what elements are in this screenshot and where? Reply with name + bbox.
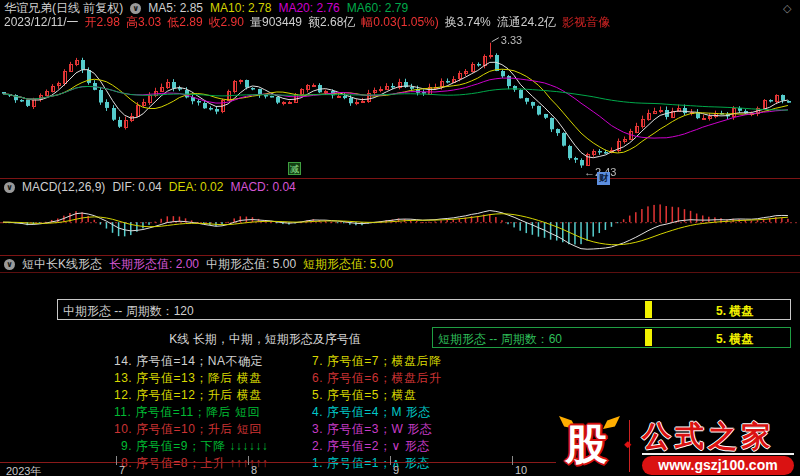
date-label: 2023/12/11/一 xyxy=(4,14,79,31)
axis-tick xyxy=(512,456,513,465)
logo-url-text: www.gszj100.com xyxy=(658,457,777,473)
legend-item-9: 9. 序号值=9；下降 ↓↓↓↓↓↓ xyxy=(121,438,268,455)
logo-brand-text: 公式之家 xyxy=(642,417,796,457)
macd-header: ∨ MACD(12,26,9) DIF: 0.04 DEA: 0.02 MACD… xyxy=(4,180,303,194)
collapse-chevron-icon[interactable]: ∨ xyxy=(4,259,15,270)
macd-chart[interactable] xyxy=(0,194,800,254)
legend-item-3: 3. 序号值=3；W 形态 xyxy=(312,421,432,438)
candlestick-chart[interactable] xyxy=(0,30,800,177)
short-term-position-marker xyxy=(645,329,652,346)
float-cap-value: 流通24.2亿 xyxy=(497,14,556,31)
axis-tick xyxy=(390,456,391,465)
logo-bull-character: 股 xyxy=(565,421,607,469)
legend-item-12: 12. 序号值=12；升后 横盘 xyxy=(114,387,262,404)
legend-item-14: 14. 序号值=14；NA不确定 xyxy=(114,353,263,370)
legend-item-6: 6. 序号值=6；横盘后升 xyxy=(312,370,442,387)
quote-info-bar: 2023/12/11/一 开2.98 高3.03 低2.89 收2.90 量90… xyxy=(4,15,616,29)
volume-value: 量903449 xyxy=(250,14,302,31)
short-term-box-label: 短期形态 -- 周期数：60 xyxy=(438,331,562,348)
legend-item-7: 7. 序号值=7；横盘后降 xyxy=(312,353,442,370)
axis-label-year[interactable]: 2023年 xyxy=(6,464,41,476)
mid-term-pattern-box: 中期形态 -- 周期数：120 5. 横盘 xyxy=(57,299,791,320)
dea-value: DEA: 0.02 xyxy=(169,180,224,194)
mid-term-position-marker xyxy=(645,301,652,318)
finance-marker-badge[interactable]: 财 xyxy=(597,172,610,185)
legend-item-4: 4. 序号值=4；M 形态 xyxy=(312,404,431,421)
axis-label-sep[interactable]: 9 xyxy=(393,464,399,476)
mid-term-box-value: 5. 横盘 xyxy=(716,303,753,320)
stock-app-window: 华谊兄弟(日线 前复权) ∨ MA5: 2.85 MA10: 2.78 MA20… xyxy=(0,0,800,476)
axis-label-oct[interactable]: 10 xyxy=(515,464,527,476)
long-term-value: 长期形态值: 2.00 xyxy=(109,256,199,273)
pattern-indicator-header: ∨ 短中长K线形态 长期形态值: 2.00 中期形态值: 5.00 短期形态值:… xyxy=(4,257,400,271)
mid-term-box-label: 中期形态 -- 周期数：120 xyxy=(63,303,194,320)
high-value: 高3.03 xyxy=(126,14,161,31)
axis-tick xyxy=(248,456,249,465)
gszj-watermark-logo: 股 ◆ 公式之家 www.gszj100.com xyxy=(556,414,800,476)
turnover-rate: 换3.74% xyxy=(445,14,491,31)
logo-url-pill: www.gszj100.com xyxy=(642,456,794,475)
pattern-list-title: K线 长期，中期，短期形态及序号值 xyxy=(110,331,420,348)
open-value: 开2.98 xyxy=(85,14,120,31)
macd-value: MACD: 0.04 xyxy=(230,180,295,194)
dif-value: DIF: 0.04 xyxy=(112,180,161,194)
legend-item-5: 5. 序号值=5；横盘 xyxy=(312,387,417,404)
axis-tick xyxy=(116,456,117,465)
panel-separator-3 xyxy=(0,272,800,273)
legend-item-8: 8. 序号值=8；上升 ↑↑↑↑↑↑ xyxy=(121,455,268,472)
window-diamond-icon[interactable]: ◇ xyxy=(783,2,791,15)
low-value: 低2.89 xyxy=(167,14,202,31)
collapse-chevron-icon[interactable]: ∨ xyxy=(4,182,15,193)
logo-diamond-icon: ◆ xyxy=(624,439,631,449)
macd-params-label: MACD(12,26,9) xyxy=(22,180,105,194)
indicator-name: 短中长K线形态 xyxy=(22,256,102,273)
industry-label: 影视音像 xyxy=(562,14,610,31)
mid-term-value: 中期形态值: 5.00 xyxy=(206,256,296,273)
short-term-value: 短期形态值: 5.00 xyxy=(303,256,393,273)
change-value: 幅0.03(1.05%) xyxy=(361,14,438,31)
collapse-chevron-icon[interactable]: ∨ xyxy=(130,3,141,14)
close-value: 收2.90 xyxy=(209,14,244,31)
turnover-value: 额2.68亿 xyxy=(308,14,355,31)
legend-item-2: 2. 序号值=2；∨ 形态 xyxy=(312,438,430,455)
axis-label-jul[interactable]: 7 xyxy=(119,464,125,476)
logo-underline xyxy=(642,453,794,455)
legend-item-11: 11. 序号值=11；降后 短回 xyxy=(114,404,260,421)
short-term-pattern-box: 短期形态 -- 周期数：60 5. 横盘 xyxy=(432,327,791,348)
axis-label-aug[interactable]: 8 xyxy=(251,464,257,476)
panel-separator-1 xyxy=(0,178,800,179)
legend-item-10: 10. 序号值=10；升后 短回 xyxy=(114,421,262,438)
reduce-marker-badge[interactable]: 减 xyxy=(288,162,301,175)
legend-item-13: 13. 序号值=13；降后 横盘 xyxy=(114,370,262,387)
legend-item-1: 1. 序号值=1；∧ 形态 xyxy=(312,455,430,472)
short-term-box-value: 5. 横盘 xyxy=(716,331,753,348)
